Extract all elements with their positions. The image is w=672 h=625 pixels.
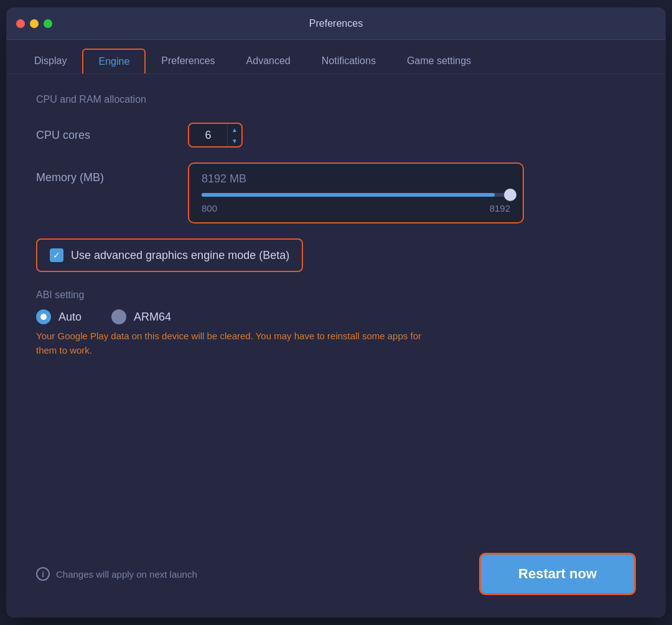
minimize-button[interactable] <box>30 19 39 28</box>
cpu-cores-row: CPU cores 6 ▲ ▼ <box>36 123 636 148</box>
tab-game-settings[interactable]: Game settings <box>391 49 487 73</box>
memory-container: 8192 MB 800 8192 <box>188 162 524 223</box>
slider-min-label: 800 <box>202 203 217 214</box>
radio-auto-label: Auto <box>58 311 82 324</box>
stepper-arrows: ▲ ▼ <box>227 124 241 146</box>
restart-button[interactable]: Restart now <box>479 553 636 595</box>
stepper-down-arrow[interactable]: ▼ <box>228 135 241 146</box>
preferences-window: Preferences Display Engine Preferences A… <box>6 7 666 618</box>
close-button[interactable] <box>16 19 25 28</box>
radio-arm64-button[interactable] <box>111 309 126 324</box>
tab-preferences[interactable]: Preferences <box>146 49 230 73</box>
titlebar: Preferences <box>6 7 666 40</box>
radio-group: Auto ARM64 <box>36 309 636 324</box>
graphics-checkbox-row[interactable]: ✓ Use advanced graphics engine mode (Bet… <box>36 238 303 272</box>
cpu-ram-section-title: CPU and RAM allocation <box>36 94 636 105</box>
main-content: CPU and RAM allocation CPU cores 6 ▲ ▼ M… <box>6 74 666 553</box>
memory-slider-thumb[interactable] <box>504 189 516 201</box>
radio-auto[interactable]: Auto <box>36 309 82 324</box>
abi-section: ABI setting Auto ARM64 Your Google Play … <box>36 289 636 357</box>
footer-info-text: Changes will apply on next launch <box>56 569 197 580</box>
window-title: Preferences <box>309 18 363 29</box>
graphics-checkbox[interactable]: ✓ <box>50 248 63 262</box>
slider-max-label: 8192 <box>490 203 510 214</box>
footer-info: i Changes will apply on next launch <box>36 567 197 581</box>
abi-warning-text: Your Google Play data on this device wil… <box>36 329 434 357</box>
radio-arm64-label: ARM64 <box>134 311 171 324</box>
info-icon: i <box>36 567 50 581</box>
tab-engine[interactable]: Engine <box>82 49 146 73</box>
memory-slider-track[interactable] <box>202 193 510 197</box>
cpu-cores-label: CPU cores <box>36 129 173 142</box>
traffic-lights <box>16 19 52 28</box>
memory-slider-fill <box>202 193 495 197</box>
tab-advanced[interactable]: Advanced <box>231 49 306 73</box>
radio-arm64[interactable]: ARM64 <box>111 309 171 324</box>
tab-display[interactable]: Display <box>19 49 82 73</box>
memory-label: Memory (MB) <box>36 162 173 184</box>
tab-notifications[interactable]: Notifications <box>306 49 391 73</box>
checkbox-check-icon: ✓ <box>53 250 60 260</box>
tabs-bar: Display Engine Preferences Advanced Noti… <box>6 40 666 74</box>
cpu-stepper[interactable]: 6 ▲ ▼ <box>188 123 243 148</box>
graphics-checkbox-label: Use advanced graphics engine mode (Beta) <box>71 249 289 262</box>
slider-labels: 800 8192 <box>202 203 510 214</box>
maximize-button[interactable] <box>44 19 52 28</box>
footer: i Changes will apply on next launch Rest… <box>6 553 666 618</box>
radio-auto-button[interactable] <box>36 309 51 324</box>
memory-row: Memory (MB) 8192 MB 800 8192 <box>36 162 636 223</box>
stepper-up-arrow[interactable]: ▲ <box>228 124 241 135</box>
memory-value-label: 8192 MB <box>202 172 510 186</box>
abi-section-title: ABI setting <box>36 289 636 301</box>
cpu-stepper-value: 6 <box>189 129 227 142</box>
